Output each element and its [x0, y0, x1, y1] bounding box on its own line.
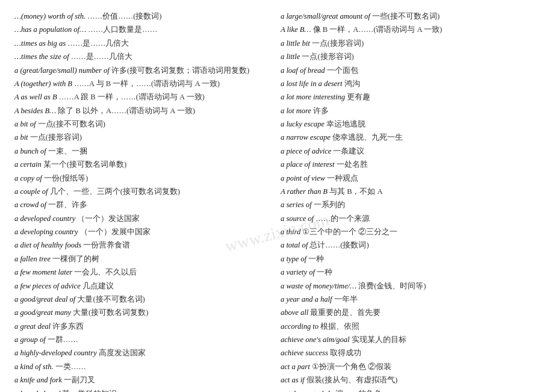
columns-wrapper: …(money) worth of sth. ……价值……(接数词)…has a… [14, 11, 540, 392]
list-item: a (great/large/small) number of 许多(接可数名词… [14, 65, 273, 76]
phrase: act as if [281, 376, 305, 384]
list-item: above all 最重要的是、首先要 [281, 307, 540, 319]
meaning: 一点(接形容词) [312, 39, 364, 48]
meaning: ……价值……(接数词) [87, 12, 161, 20]
list-item: a crowd of 一群、许多 [14, 199, 273, 211]
phrase: A as well as B [14, 93, 57, 101]
list-item: a lot more interesting 更有趣 [281, 92, 540, 103]
meaning: 某一学科的知识 [62, 390, 117, 393]
meaning: 侥幸逃脱、九死一生 [332, 133, 403, 142]
phrase: a loaf of bread [281, 66, 325, 75]
meaning: 一副刀叉 [64, 376, 95, 384]
phrase: a bit of [14, 120, 36, 128]
meaning: 一个面包 [327, 66, 358, 75]
phrase: A besides B… [14, 107, 56, 115]
phrase: above all [281, 308, 308, 317]
meaning: 一群…… [48, 335, 78, 344]
meaning: 一份(报纸等) [44, 174, 88, 182]
list-item: a knife and fork 一副刀叉 [14, 375, 273, 386]
list-item: a total of 总计……(接数词) [281, 240, 540, 251]
meaning: 一种 [308, 255, 324, 263]
meaning: 一群、许多 [48, 201, 87, 209]
phrase: a developing country [14, 228, 78, 236]
list-item: A as well as B ……A 跟 B 一样，……(谓语动词与 A 一致) [14, 92, 273, 103]
list-item: a diet of healthy foods 一份营养食谱 [14, 240, 273, 251]
phrase: a series of [281, 201, 311, 209]
meaning: 高度发达国家 [99, 349, 146, 357]
phrase: …has a population of… [14, 25, 86, 34]
phrase: A rather than B [281, 187, 328, 196]
phrase: a group of [14, 335, 46, 344]
phrase: a type of [281, 255, 307, 263]
phrase: a large/small/great amount of [281, 12, 370, 20]
page-container: www.zixin.com …(money) worth of sth. ……价… [14, 11, 540, 392]
list-item: a series of 一系列的 [281, 199, 540, 211]
meaning: 幸运地逃脱 [326, 120, 366, 128]
phrase: a kind of sth. [14, 362, 54, 371]
list-item: a kind of sth. 一类…… [14, 361, 273, 373]
meaning: ①三个中的一个 ②三分之一 [302, 228, 397, 236]
meaning: 与其 B，不如 A [329, 187, 383, 196]
phrase: a great deal [14, 322, 51, 331]
meaning: 几点建议 [82, 282, 114, 290]
meaning: 更有趣 [347, 93, 370, 101]
list-item: a little bit 一点(接形容词) [281, 38, 540, 49]
list-item: a little 一点(接形容词) [281, 51, 540, 63]
phrase: …times as big as [14, 39, 66, 48]
list-item: a great deal 许多东西 [14, 321, 273, 332]
list-item: act a part ①扮演一个角色 ②假装 [281, 361, 540, 373]
meaning: 一束、一捆 [48, 147, 87, 155]
meaning: 总计……(接数词) [310, 241, 369, 249]
list-item: according to 根据、依照 [281, 321, 540, 332]
list-item: a large/small/great amount of 一些(接不可数名词) [281, 11, 540, 22]
list-item: a lost life in a desert 鸿沟 [281, 78, 540, 90]
phrase: a waste of money/time/… [281, 282, 356, 290]
list-item: a lucky escape 幸运地逃脱 [281, 119, 540, 130]
list-item: act the part of sb. 演……的角色 [281, 388, 540, 393]
list-item: a good/great deal of 大量(接不可数名词) [14, 294, 273, 305]
list-item: a highly-developed country 高度发达国家 [14, 347, 273, 359]
meaning: 大量(接可数名词复数) [73, 308, 148, 317]
phrase: achieve success [281, 349, 328, 357]
list-item: a third ①三个中的一个 ②三分之一 [281, 226, 540, 238]
list-item: a knowledge of 某一学科的知识 [14, 388, 273, 393]
phrase: a place of interest [281, 160, 334, 169]
meaning: 浪费(金钱、时间等) [358, 282, 426, 290]
phrase: A like B… [281, 25, 311, 34]
list-item: a certain 某一个(接可数名词单数) [14, 159, 273, 170]
list-item: a bit of 一点(接不可数名词) [14, 119, 273, 130]
phrase: a lost life in a desert [281, 79, 342, 88]
list-item: a bit 一点(接形容词) [14, 132, 273, 143]
left-column: …(money) worth of sth. ……价值……(接数词)…has a… [14, 11, 281, 392]
phrase: a lot more [281, 107, 311, 115]
list-item: A (together) with B ……A 与 B 一样，……(谓语动词与 … [14, 78, 273, 90]
phrase: a lucky escape [281, 120, 325, 128]
list-item: a fallen tree 一棵倒了的树 [14, 254, 273, 265]
meaning: 一会儿、不久以后 [74, 268, 137, 276]
phrase: a bunch of [14, 147, 46, 155]
list-item: a few moment later 一会儿、不久以后 [14, 267, 273, 278]
list-item: a piece of advice 一条建议 [281, 146, 540, 157]
list-item: a group of 一群…… [14, 334, 273, 346]
phrase: a total of [281, 241, 308, 249]
meaning: 像 B 一样，A……(谓语动词与 A 一致) [313, 25, 443, 34]
list-item: a waste of money/time/… 浪费(金钱、时间等) [281, 281, 540, 292]
phrase: a few moment later [14, 268, 72, 276]
list-item: a point of view 一种观点 [281, 173, 540, 184]
meaning: 许多 [313, 107, 329, 115]
phrase: …times the size of [14, 52, 69, 61]
list-item: a couple of 几个、一些、三两个(接可数名词复数) [14, 186, 273, 198]
meaning: 一条建议 [333, 147, 364, 155]
meaning: 取得成功 [330, 349, 361, 357]
phrase: a narrow escape [281, 133, 331, 142]
list-item: act as if 假装(接从句、有虚拟语气) [281, 375, 540, 386]
meaning: ……A 跟 B 一样，……(谓语动词与 A 一致) [59, 93, 205, 101]
list-item: a type of 一种 [281, 254, 540, 265]
list-item: a year and a half 一年半 [281, 294, 540, 305]
phrase: …(money) worth of sth. [14, 12, 86, 20]
phrase: a point of view [281, 174, 325, 182]
meaning: 假装(接从句、有虚拟语气) [307, 376, 397, 384]
meaning: 一种 [317, 268, 332, 276]
phrase: a little [281, 52, 300, 61]
meaning: 大量(接不可数名词) [77, 295, 145, 303]
